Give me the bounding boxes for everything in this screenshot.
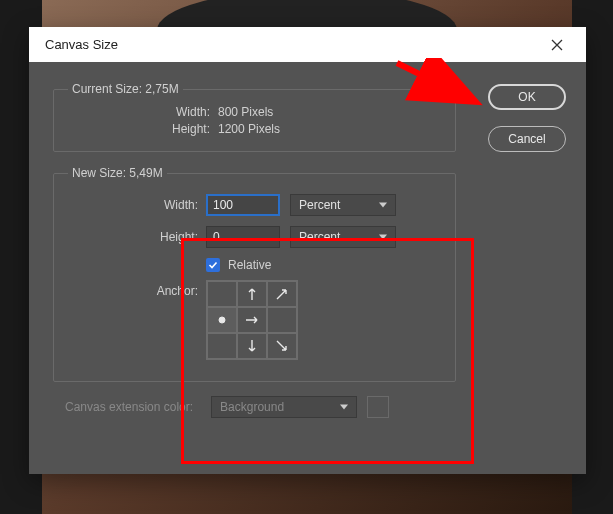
anchor-grid[interactable] xyxy=(206,280,298,360)
anchor-top[interactable] xyxy=(237,281,267,307)
canvas-extension-value: Background xyxy=(220,400,284,414)
current-height-label: Height: xyxy=(68,122,218,136)
new-height-label: Height: xyxy=(68,230,206,244)
height-input[interactable] xyxy=(206,226,280,248)
current-size-group: Current Size: 2,75M Width: 800 Pixels He… xyxy=(53,82,456,152)
canvas-extension-select[interactable]: Background xyxy=(211,396,357,418)
anchor-center[interactable] xyxy=(237,307,267,333)
chevron-down-icon xyxy=(379,203,387,208)
anchor-top-right[interactable] xyxy=(267,281,297,307)
canvas-size-dialog: Canvas Size Current Size: 2,75M Width: 8… xyxy=(29,27,586,474)
canvas-extension-label: Canvas extension color: xyxy=(65,400,201,414)
chevron-down-icon xyxy=(340,405,348,410)
new-size-group: New Size: 5,49M Width: Percent Height: P… xyxy=(53,166,456,382)
cancel-button[interactable]: Cancel xyxy=(488,126,566,152)
height-unit-value: Percent xyxy=(299,230,340,244)
canvas-extension-swatch[interactable] xyxy=(367,396,389,418)
anchor-label: Anchor: xyxy=(68,280,206,298)
chevron-down-icon xyxy=(379,235,387,240)
height-unit-select[interactable]: Percent xyxy=(290,226,396,248)
new-size-legend: New Size: 5,49M xyxy=(68,166,167,180)
ok-button[interactable]: OK xyxy=(488,84,566,110)
anchor-left[interactable] xyxy=(207,307,237,333)
anchor-bottom-left[interactable] xyxy=(207,333,237,359)
svg-point-0 xyxy=(219,317,225,323)
canvas-extension-row: Canvas extension color: Background xyxy=(65,396,586,418)
dialog-title: Canvas Size xyxy=(45,37,538,52)
titlebar: Canvas Size xyxy=(29,27,586,62)
new-width-label: Width: xyxy=(68,198,206,212)
close-button[interactable] xyxy=(538,31,576,59)
width-unit-select[interactable]: Percent xyxy=(290,194,396,216)
anchor-bottom-right[interactable] xyxy=(267,333,297,359)
anchor-bottom[interactable] xyxy=(237,333,267,359)
relative-checkbox[interactable] xyxy=(206,258,220,272)
width-unit-value: Percent xyxy=(299,198,340,212)
close-icon xyxy=(551,39,563,51)
anchor-top-left[interactable] xyxy=(207,281,237,307)
width-input[interactable] xyxy=(206,194,280,216)
current-height-value: 1200 Pixels xyxy=(218,122,280,136)
current-width-value: 800 Pixels xyxy=(218,105,273,119)
current-size-legend: Current Size: 2,75M xyxy=(68,82,183,96)
anchor-right[interactable] xyxy=(267,307,297,333)
relative-label: Relative xyxy=(228,258,271,272)
current-width-label: Width: xyxy=(68,105,218,119)
